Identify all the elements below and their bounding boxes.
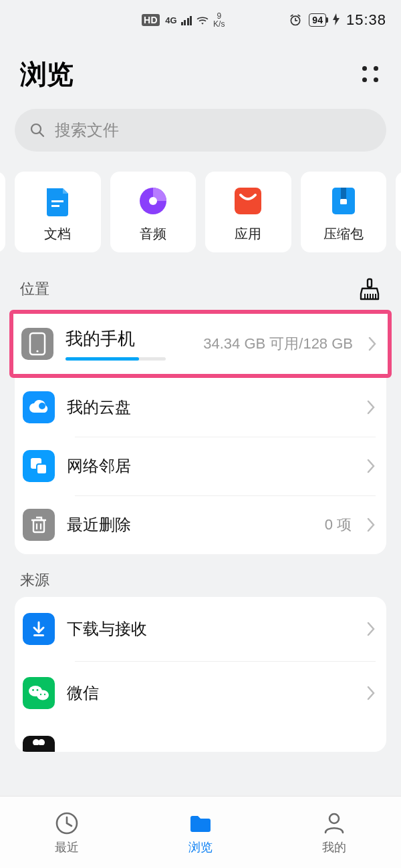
nav-label: 浏览 [188,839,213,855]
nav-recent[interactable]: 最近 [0,797,134,868]
locations-header: 位置 [0,259,401,306]
source-wechat[interactable]: 微信 [15,661,386,725]
svg-rect-10 [340,199,347,204]
folder-icon [187,810,214,837]
location-my-phone[interactable]: 我的手机 34.34 GB 可用/128 GB [13,314,388,374]
cleanup-icon[interactable] [358,278,381,300]
nav-mine[interactable]: 我的 [267,797,401,868]
archive-icon [327,185,360,217]
app-icon [232,185,264,217]
cloud-icon [23,391,55,423]
list-item-title: 我的云盘 [67,397,131,418]
storage-text: 34.34 GB 可用/128 GB [203,334,353,354]
chevron-right-icon [366,399,376,415]
svg-rect-4 [51,205,59,207]
svg-rect-17 [33,520,44,532]
list-item-title: 最近删除 [67,514,131,535]
network-type: 4G [165,15,176,25]
clock-time: 15:38 [346,11,386,29]
chevron-right-icon [368,336,377,352]
list-item-title: 下载与接收 [67,618,147,640]
search-placeholder: 搜索文件 [55,120,119,141]
status-bar: HD 4G 9 K/s 94 15:38 [0,0,401,40]
svg-point-23 [40,694,41,695]
signal-icon [181,15,192,25]
wechat-icon [23,677,55,709]
audio-icon [137,185,169,217]
category-audio[interactable]: 音频 [110,172,196,252]
alarm-icon [289,13,302,27]
category-label: 音频 [140,225,166,243]
status-left: HD 4G 9 K/s [142,12,225,28]
search-input[interactable]: 搜索文件 [15,109,386,152]
svg-point-20 [37,690,49,700]
category-label: 文档 [44,225,71,243]
svg-rect-18 [33,634,44,636]
source-item-partial[interactable] [15,725,386,752]
trash-count: 0 项 [325,515,352,535]
svg-point-21 [32,689,34,691]
category-edge-left [0,172,5,252]
svg-rect-3 [51,200,63,202]
location-cloud[interactable]: 我的云盘 [15,378,386,437]
chevron-right-icon [366,621,376,637]
category-label: 应用 [235,225,261,243]
charging-icon [333,13,340,27]
svg-point-6 [149,197,157,205]
page-header: 浏览 [0,40,401,109]
chevron-right-icon [366,517,376,533]
page-title: 浏览 [20,56,74,93]
category-edge-right [396,172,401,252]
bottom-nav: 最近 浏览 我的 [0,796,401,868]
wifi-icon [196,15,209,25]
clock-icon [53,810,80,837]
list-item-title: 微信 [67,682,99,704]
nav-browse[interactable]: 浏览 [134,797,267,868]
sources-list: 下载与接收 微信 [15,597,386,752]
highlight-my-phone: 我的手机 34.34 GB 可用/128 GB [9,310,392,378]
network-icon [23,450,55,482]
status-right: 94 15:38 [289,11,386,29]
nav-label: 最近 [55,839,79,855]
storage-bar [65,357,166,361]
sources-section-title: 来源 [0,554,401,597]
location-network[interactable]: 网络邻居 [15,437,386,495]
trash-icon [23,509,55,541]
net-speed: 9 K/s [213,12,225,28]
person-icon [321,810,348,837]
battery-indicator: 94 [309,13,326,27]
list-item-title: 网络邻居 [67,455,131,477]
chevron-right-icon [366,458,376,474]
download-icon [23,613,55,645]
search-container: 搜索文件 [0,109,401,165]
svg-line-2 [40,133,44,137]
category-archives[interactable]: 压缩包 [301,172,387,252]
list-item-title: 我的手机 [65,327,166,351]
svg-rect-7 [235,188,261,214]
svg-point-13 [36,350,38,352]
svg-point-26 [38,739,45,745]
svg-point-14 [39,403,45,409]
hd-badge: HD [142,14,160,26]
svg-point-22 [37,689,39,691]
svg-rect-11 [368,279,372,287]
source-downloads[interactable]: 下载与接收 [15,597,386,661]
svg-point-24 [44,694,45,695]
category-row[interactable]: 文档 音频 应用 压缩包 [0,165,401,259]
document-icon [41,185,74,217]
chevron-right-icon [366,685,376,701]
locations-list: 我的云盘 网络邻居 最近删除 0 项 [15,378,386,554]
search-icon [29,122,45,138]
location-trash[interactable]: 最近删除 0 项 [15,495,386,554]
svg-rect-16 [37,464,47,474]
svg-point-28 [329,814,339,823]
partial-app-icon [23,736,55,752]
section-title: 位置 [20,279,49,299]
nav-label: 我的 [322,839,346,855]
category-apps[interactable]: 应用 [205,172,291,252]
more-menu-button[interactable] [361,65,381,85]
category-label: 压缩包 [323,225,364,243]
phone-icon [21,328,53,360]
category-documents[interactable]: 文档 [15,172,101,252]
